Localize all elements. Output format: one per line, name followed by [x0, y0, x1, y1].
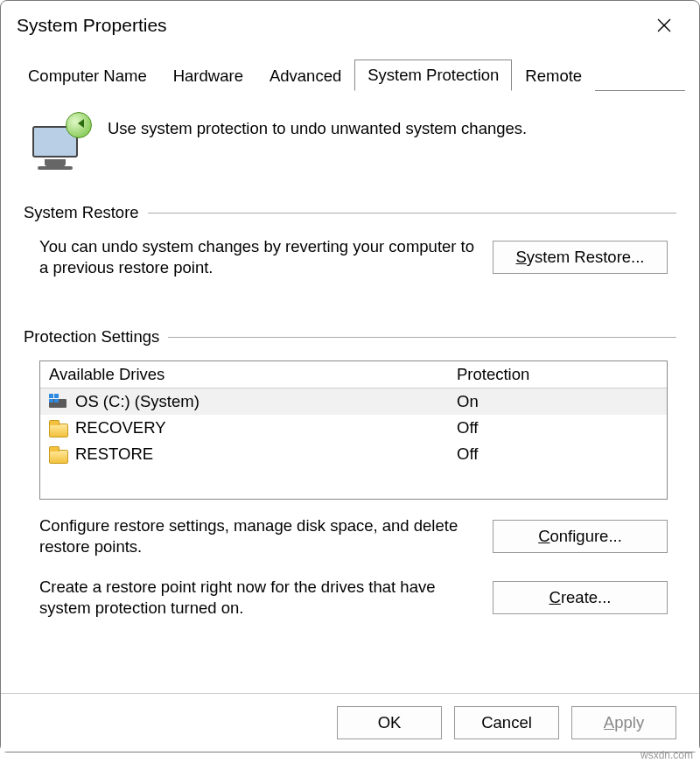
protection-settings-label: Protection Settings	[24, 327, 159, 346]
intro-text: Use system protection to undo unwanted s…	[108, 114, 527, 138]
system-restore-group: System Restore You can undo system chang…	[24, 203, 676, 287]
titlebar: System Properties	[1, 1, 699, 46]
column-drives: Available Drives	[49, 365, 457, 384]
watermark: wsxdn.com	[640, 749, 693, 761]
system-drive-icon	[49, 394, 68, 410]
drives-table[interactable]: Available Drives Protection OS (C:) (Sys…	[39, 360, 668, 500]
drive-protection: Off	[457, 444, 658, 464]
folder-icon	[49, 446, 68, 462]
tab-system-protection[interactable]: System Protection	[354, 60, 512, 91]
table-row[interactable]: RECOVERY Off	[40, 415, 667, 441]
dialog-footer: OK Cancel Apply	[1, 693, 699, 752]
system-protection-icon	[32, 114, 90, 170]
configure-text: Configure restore settings, manage disk …	[39, 515, 477, 557]
create-text: Create a restore point right now for the…	[39, 577, 477, 619]
tab-advanced[interactable]: Advanced	[256, 60, 354, 91]
close-button[interactable]	[645, 10, 683, 41]
drive-protection: On	[457, 392, 658, 411]
system-restore-label: System Restore	[24, 203, 139, 222]
apply-button[interactable]: Apply	[571, 706, 676, 739]
protection-settings-group: Protection Settings Available Drives Pro…	[24, 327, 676, 627]
column-protection: Protection	[457, 365, 658, 384]
drives-body: OS (C:) (System) On RECOVERY Off RESTORE…	[40, 388, 667, 499]
drive-name: RECOVERY	[75, 418, 166, 438]
drives-header: Available Drives Protection	[40, 361, 667, 388]
drive-name: RESTORE	[75, 444, 153, 464]
divider	[168, 337, 676, 338]
close-icon	[656, 18, 672, 33]
configure-button[interactable]: Configure...	[493, 520, 668, 553]
tab-computer-name[interactable]: Computer Name	[15, 60, 160, 91]
create-button[interactable]: Create...	[493, 581, 668, 614]
system-properties-window: System Properties Computer Name Hardware…	[0, 0, 700, 752]
divider	[148, 213, 676, 214]
system-restore-text: You can undo system changes by reverting…	[39, 236, 477, 278]
drive-name: OS (C:) (System)	[75, 392, 200, 411]
tab-remote[interactable]: Remote	[512, 60, 595, 91]
tab-hardware[interactable]: Hardware	[160, 60, 256, 91]
table-row[interactable]: OS (C:) (System) On	[40, 388, 667, 415]
intro-section: Use system protection to undo unwanted s…	[32, 114, 676, 170]
drive-protection: Off	[457, 418, 658, 438]
tab-bar: Computer Name Hardware Advanced System P…	[1, 59, 699, 90]
tab-content: Use system protection to undo unwanted s…	[1, 91, 699, 693]
table-row[interactable]: RESTORE Off	[40, 441, 667, 467]
system-restore-button[interactable]: System Restore...	[493, 241, 668, 274]
cancel-button[interactable]: Cancel	[454, 706, 559, 739]
window-title: System Properties	[17, 15, 167, 36]
ok-button[interactable]: OK	[337, 706, 442, 739]
folder-icon	[49, 420, 68, 436]
